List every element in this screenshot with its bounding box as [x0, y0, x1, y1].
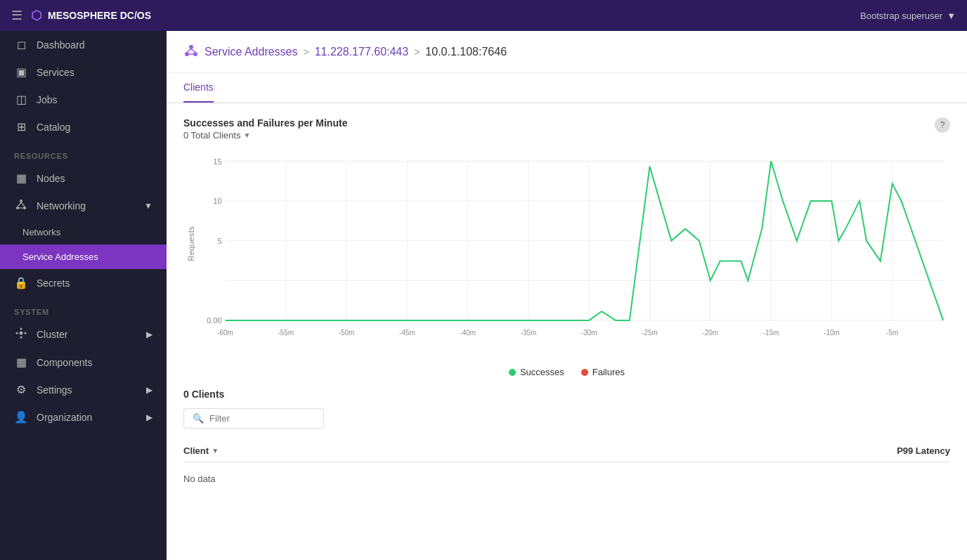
- chart-legend: Successes Failures: [183, 367, 950, 377]
- sidebar-item-label: Service Addresses: [22, 252, 98, 262]
- user-dropdown-icon: ▼: [947, 11, 956, 21]
- organization-icon: 👤: [14, 410, 28, 424]
- svg-point-6: [20, 332, 23, 335]
- filter-bar[interactable]: 🔍: [183, 408, 324, 429]
- system-section-label: System: [0, 297, 167, 320]
- svg-text:-60m: -60m: [217, 329, 233, 337]
- search-icon: 🔍: [193, 413, 204, 424]
- sidebar-item-label: Services: [37, 67, 74, 78]
- content-area: Successes and Failures per Minute 0 Tota…: [167, 103, 967, 560]
- svg-text:5: 5: [217, 237, 221, 245]
- svg-line-4: [21, 202, 25, 207]
- filter-input[interactable]: [209, 413, 327, 424]
- breadcrumb-address1-link[interactable]: 11.228.177.60:443: [315, 46, 408, 58]
- logo-icon: ⬡: [31, 8, 42, 23]
- sidebar-item-dashboard[interactable]: ◻ Dashboard: [0, 31, 167, 58]
- layout: ◻ Dashboard ▣ Services ◫ Jobs ⊞ Catalog …: [0, 31, 967, 560]
- breadcrumb-parent-link[interactable]: Service Addresses: [205, 46, 298, 58]
- failures-dot: [581, 369, 588, 376]
- resources-section-label: Resources: [0, 141, 167, 164]
- sidebar-item-networking[interactable]: Networking ▼: [0, 192, 167, 220]
- settings-icon: ⚙: [14, 383, 28, 396]
- dashboard-icon: ◻: [14, 38, 28, 51]
- hamburger-icon[interactable]: ☰: [11, 8, 22, 23]
- svg-text:-35m: -35m: [521, 329, 537, 337]
- sidebar-item-label: Nodes: [37, 173, 65, 184]
- chart-header: Successes and Failures per Minute 0 Tota…: [183, 117, 950, 141]
- successes-failures-chart: 15 10 5 0.00 Requests -60m -55m -50m -45…: [183, 146, 950, 364]
- svg-point-11: [189, 45, 193, 49]
- sidebar: ◻ Dashboard ▣ Services ◫ Jobs ⊞ Catalog …: [0, 31, 167, 560]
- nodes-icon: ▦: [14, 171, 28, 185]
- sidebar-item-label: Dashboard: [37, 39, 85, 51]
- sidebar-item-service-addresses[interactable]: Service Addresses: [0, 245, 167, 269]
- svg-text:-55m: -55m: [278, 329, 294, 337]
- chart-help-icon[interactable]: ?: [935, 117, 950, 133]
- sidebar-item-nodes[interactable]: ▦ Nodes: [0, 164, 167, 192]
- no-data-message: No data: [183, 462, 950, 495]
- sidebar-item-catalog[interactable]: ⊞ Catalog: [0, 113, 167, 141]
- svg-text:-50m: -50m: [339, 329, 355, 337]
- sidebar-item-settings[interactable]: ⚙ Settings ▶: [0, 376, 167, 403]
- main-content: Service Addresses > 11.228.177.60:443 > …: [167, 31, 967, 560]
- jobs-icon: ◫: [14, 93, 28, 106]
- sidebar-item-services[interactable]: ▣ Services: [0, 58, 167, 86]
- svg-text:-25m: -25m: [642, 329, 658, 337]
- sidebar-item-label: Jobs: [37, 94, 58, 105]
- failures-label: Failures: [592, 367, 625, 377]
- svg-text:-20m: -20m: [703, 329, 719, 337]
- sidebar-item-secrets[interactable]: 🔒 Secrets: [0, 269, 167, 297]
- user-menu[interactable]: Bootstrap superuser ▼: [860, 11, 956, 21]
- sidebar-item-organization[interactable]: 👤 Organization ▶: [0, 403, 167, 431]
- client-column-header[interactable]: Client ▼: [183, 445, 219, 456]
- successes-label: Successes: [520, 367, 564, 377]
- client-column-label: Client: [183, 445, 209, 456]
- svg-point-0: [20, 200, 22, 202]
- total-clients-label: 0 Total Clients: [183, 130, 240, 141]
- clients-count-title: 0 Clients: [183, 389, 950, 400]
- app-logo: ⬡ MESOSPHERE DC/OS: [31, 8, 151, 23]
- sidebar-item-label: Catalog: [37, 122, 70, 133]
- breadcrumb-sep-2: >: [414, 46, 420, 58]
- svg-text:-5m: -5m: [886, 329, 898, 337]
- sidebar-item-jobs[interactable]: ◫ Jobs: [0, 86, 167, 113]
- svg-point-7: [16, 332, 18, 334]
- components-icon: ▦: [14, 356, 28, 369]
- breadcrumb: Service Addresses > 11.228.177.60:443 > …: [167, 31, 967, 73]
- sidebar-item-label: Secrets: [37, 278, 70, 289]
- svg-text:Requests: Requests: [187, 226, 195, 261]
- secrets-icon: 🔒: [14, 276, 28, 289]
- chevron-right-icon: ▶: [146, 385, 152, 395]
- tabs-bar: Clients: [167, 73, 967, 103]
- sidebar-item-networks[interactable]: Networks: [0, 220, 167, 245]
- svg-line-15: [191, 49, 195, 52]
- svg-line-14: [187, 49, 191, 52]
- service-addresses-icon: [183, 42, 199, 61]
- breadcrumb-address2: 10.0.1.108:7646: [425, 46, 507, 58]
- breadcrumb-sep-1: >: [304, 46, 309, 58]
- sidebar-item-label: Settings: [37, 384, 72, 396]
- sidebar-item-cluster[interactable]: Cluster ▶: [0, 320, 167, 349]
- sidebar-item-components[interactable]: ▦ Components: [0, 349, 167, 376]
- svg-point-9: [20, 328, 22, 330]
- sidebar-item-label: Organization: [37, 412, 92, 423]
- svg-line-3: [18, 202, 21, 207]
- svg-text:-10m: -10m: [824, 329, 840, 337]
- chart-container: 15 10 5 0.00 Requests -60m -55m -50m -45…: [183, 146, 950, 364]
- legend-failures: Failures: [581, 367, 625, 377]
- svg-point-10: [20, 337, 22, 339]
- svg-text:-15m: -15m: [763, 329, 779, 337]
- tab-clients[interactable]: Clients: [183, 73, 214, 103]
- chevron-right-icon: ▶: [146, 412, 152, 422]
- svg-text:-30m: -30m: [581, 329, 597, 337]
- services-icon: ▣: [14, 65, 28, 79]
- svg-text:-40m: -40m: [460, 329, 476, 337]
- sidebar-item-label: Networking: [37, 200, 86, 211]
- legend-successes: Successes: [509, 367, 564, 377]
- topbar: ☰ ⬡ MESOSPHERE DC/OS Bootstrap superuser…: [0, 0, 967, 31]
- svg-text:15: 15: [213, 157, 221, 165]
- chart-title-area: Successes and Failures per Minute 0 Tota…: [183, 117, 347, 141]
- chart-subtitle: 0 Total Clients ▼: [183, 130, 347, 141]
- clients-dropdown-icon[interactable]: ▼: [243, 131, 250, 139]
- user-label: Bootstrap superuser: [860, 11, 942, 21]
